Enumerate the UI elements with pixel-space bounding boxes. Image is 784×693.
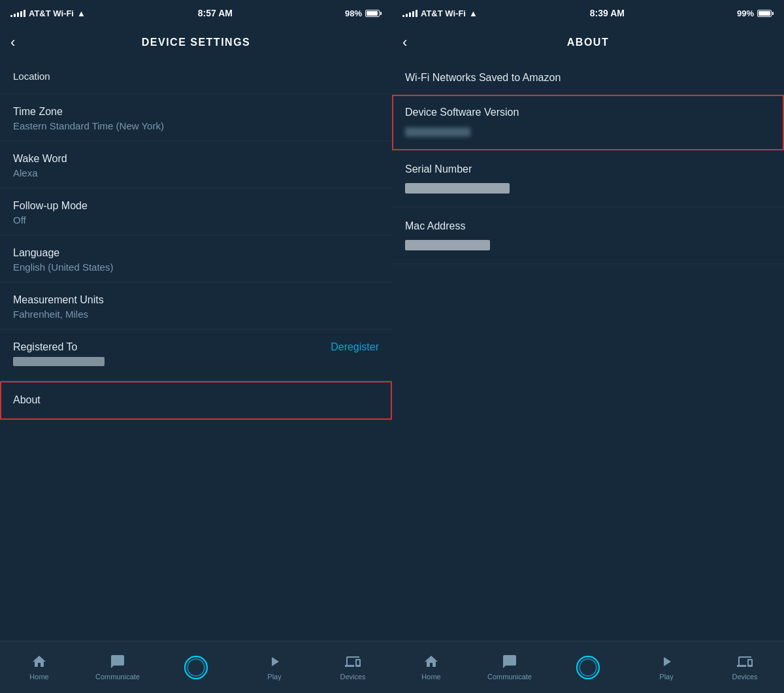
battery-pct-right: 99% <box>737 8 754 18</box>
tab-home-label-left: Home <box>29 673 48 681</box>
mac-address-value <box>405 240 490 250</box>
device-software-version-value <box>405 127 470 137</box>
wake-word-label: Wake Word <box>13 153 379 165</box>
about-wifi-networks[interactable]: Wi-Fi Networks Saved to Amazon <box>392 59 784 95</box>
right-status-bar: AT&T Wi-Fi ▲ 8:39 AM 99% <box>392 0 784 26</box>
tab-devices-right[interactable]: Devices <box>706 654 784 681</box>
home-icon-right <box>423 654 439 669</box>
home-icon-left <box>31 654 47 669</box>
left-status-right: 98% <box>345 8 382 18</box>
tab-play-label-right: Play <box>659 673 673 681</box>
tab-devices-label-right: Devices <box>732 673 757 681</box>
registered-to-value <box>13 357 105 366</box>
right-phone-panel: AT&T Wi-Fi ▲ 8:39 AM 99% ‹ ABOUT Wi-Fi N… <box>392 0 784 693</box>
tab-play-left[interactable]: Play <box>235 654 314 681</box>
wifi-icon-right: ▲ <box>469 8 478 18</box>
tab-home-right[interactable]: Home <box>392 654 470 681</box>
time-left: 8:57 AM <box>198 8 233 18</box>
follow-up-value: Off <box>13 214 379 226</box>
right-content-area: Wi-Fi Networks Saved to Amazon Device So… <box>392 59 784 641</box>
serial-number-value <box>405 183 510 194</box>
setting-registered-to: Registered To Deregister <box>0 330 392 381</box>
language-label: Language <box>13 247 379 259</box>
tab-devices-left[interactable]: Devices <box>314 654 392 681</box>
left-back-button[interactable]: ‹ <box>10 35 15 50</box>
time-zone-value: Eastern Standard Time (New York) <box>13 120 379 131</box>
deregister-button[interactable]: Deregister <box>331 341 379 353</box>
tab-home-label-right: Home <box>421 673 440 681</box>
wifi-icon-left: ▲ <box>77 8 86 18</box>
language-value: English (United States) <box>13 262 379 273</box>
tab-devices-label-left: Devices <box>340 673 365 681</box>
setting-follow-up-mode[interactable]: Follow-up Mode Off <box>0 188 392 235</box>
setting-time-zone[interactable]: Time Zone Eastern Standard Time (New Yor… <box>0 94 392 141</box>
wake-word-value: Alexa <box>13 167 379 178</box>
signal-bars-left <box>10 9 25 17</box>
play-icon-left <box>267 654 282 669</box>
carrier-left: AT&T Wi-Fi <box>29 8 74 18</box>
right-back-button[interactable]: ‹ <box>402 35 407 50</box>
left-content-area: Location Time Zone Eastern Standard Time… <box>0 59 392 641</box>
device-software-version-label: Device Software Version <box>405 107 771 118</box>
battery-icon-left <box>365 10 382 17</box>
alexa-circle-left <box>184 656 208 679</box>
about-mac-address: Mac Address <box>392 207 784 264</box>
location-label: Location <box>13 71 379 82</box>
setting-wake-word[interactable]: Wake Word Alexa <box>0 141 392 188</box>
mac-address-label: Mac Address <box>405 220 771 232</box>
about-device-software-version: Device Software Version <box>392 95 784 150</box>
right-tab-bar: Home Communicate Play Devices <box>392 641 784 693</box>
left-tab-bar: Home Communicate Play Devices <box>0 641 392 693</box>
devices-icon-right <box>737 654 753 669</box>
measurement-label: Measurement Units <box>13 294 379 306</box>
tab-communicate-label-right: Communicate <box>487 673 532 681</box>
tab-alexa-left[interactable] <box>157 656 235 679</box>
tab-communicate-left[interactable]: Communicate <box>78 654 157 681</box>
signal-bars-right <box>402 9 417 17</box>
tab-play-right[interactable]: Play <box>627 654 706 681</box>
setting-location: Location <box>0 59 392 94</box>
tab-communicate-label-left: Communicate <box>95 673 140 681</box>
communicate-icon-right <box>502 654 517 669</box>
tab-alexa-right[interactable] <box>549 656 627 679</box>
about-serial-number: Serial Number <box>392 150 784 207</box>
left-phone-panel: AT&T Wi-Fi ▲ 8:57 AM 98% ‹ DEVICE SETTIN… <box>0 0 392 693</box>
measurement-value: Fahrenheit, Miles <box>13 309 379 320</box>
right-status-left: AT&T Wi-Fi ▲ <box>402 8 478 18</box>
about-label: About <box>13 394 379 406</box>
battery-pct-left: 98% <box>345 8 362 18</box>
left-status-bar: AT&T Wi-Fi ▲ 8:57 AM 98% <box>0 0 392 26</box>
alexa-circle-right <box>576 656 600 679</box>
play-icon-right <box>659 654 674 669</box>
tab-communicate-right[interactable]: Communicate <box>470 654 549 681</box>
left-status-left: AT&T Wi-Fi ▲ <box>10 8 86 18</box>
battery-icon-right <box>757 10 774 17</box>
setting-measurement-units[interactable]: Measurement Units Fahrenheit, Miles <box>0 282 392 330</box>
tab-home-left[interactable]: Home <box>0 654 78 681</box>
left-page-title: DEVICE SETTINGS <box>142 37 251 48</box>
follow-up-label: Follow-up Mode <box>13 200 379 212</box>
registered-to-label: Registered To <box>13 341 105 369</box>
left-header: ‹ DEVICE SETTINGS <box>0 26 392 59</box>
right-status-right: 99% <box>737 8 774 18</box>
communicate-icon-left <box>110 654 125 669</box>
right-header: ‹ ABOUT <box>392 26 784 59</box>
time-right: 8:39 AM <box>590 8 625 18</box>
wifi-networks-label: Wi-Fi Networks Saved to Amazon <box>405 72 771 84</box>
serial-number-label: Serial Number <box>405 163 771 175</box>
carrier-right: AT&T Wi-Fi <box>421 8 466 18</box>
tab-play-label-left: Play <box>267 673 281 681</box>
setting-language[interactable]: Language English (United States) <box>0 235 392 282</box>
right-page-title: ABOUT <box>567 37 609 48</box>
devices-icon-left <box>345 654 361 669</box>
time-zone-label: Time Zone <box>13 106 379 118</box>
setting-about[interactable]: About <box>0 381 392 420</box>
